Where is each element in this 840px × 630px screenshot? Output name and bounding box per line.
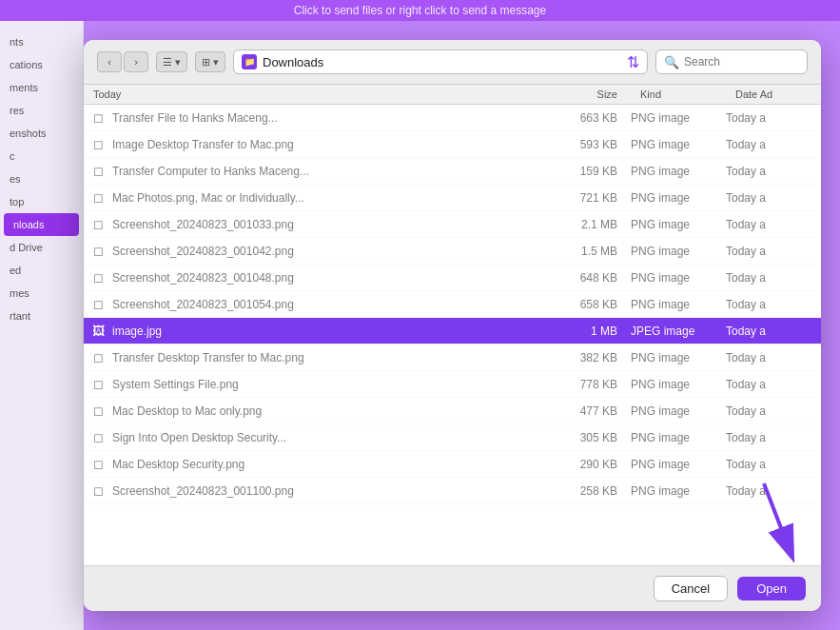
- column-headers: Today Size Kind Date Ad: [84, 85, 821, 105]
- file-date: Today a: [726, 484, 821, 498]
- file-size: 648 KB: [555, 271, 631, 285]
- sidebar-item-4[interactable]: enshots: [0, 122, 83, 145]
- file-kind: PNG image: [631, 378, 726, 391]
- file-icon: ◻: [84, 457, 112, 471]
- file-date: Today a: [726, 138, 821, 151]
- file-kind: PNG image: [631, 431, 726, 444]
- grid-view-button[interactable]: ⊞ ▾: [195, 51, 225, 72]
- file-kind: PNG image: [631, 165, 726, 178]
- file-date: Today a: [726, 378, 821, 391]
- file-date: Today a: [726, 245, 821, 258]
- file-row[interactable]: ◻System Settings File.png778 KBPNG image…: [84, 371, 821, 398]
- sidebar-item-3[interactable]: res: [0, 99, 83, 122]
- sidebar: ntscationsmentsresenshotscestopnloadsd D…: [0, 21, 84, 630]
- file-size: 290 KB: [555, 458, 631, 471]
- file-icon: ◻: [84, 110, 112, 125]
- sidebar-item-5[interactable]: c: [0, 145, 83, 167]
- sidebar-item-12[interactable]: rtant: [0, 305, 83, 327]
- location-folder-icon: 📁: [242, 54, 257, 69]
- file-row[interactable]: 🖼image.jpg1 MBJPEG imageToday a: [84, 318, 821, 345]
- file-name: Image Desktop Transfer to Mac.png: [112, 138, 555, 151]
- file-icon: ◻: [84, 270, 112, 285]
- location-text: Downloads: [263, 55, 621, 69]
- file-row[interactable]: ◻Sign Into Open Desktop Security...305 K…: [84, 424, 821, 451]
- file-row[interactable]: ◻Screenshot_20240823_001033.png2.1 MBPNG…: [84, 211, 821, 238]
- file-name: Screenshot_20240823_001048.png: [112, 271, 555, 285]
- file-name: Sign Into Open Desktop Security...: [112, 431, 555, 444]
- sidebar-item-2[interactable]: ments: [0, 76, 83, 99]
- file-row[interactable]: ◻Screenshot_20240823_001100.png258 KBPNG…: [84, 478, 821, 504]
- file-date: Today a: [726, 271, 821, 285]
- file-row[interactable]: ◻Mac Desktop Security.png290 KBPNG image…: [84, 451, 821, 478]
- file-icon: ◻: [84, 164, 112, 178]
- list-view-button[interactable]: ☰ ▾: [156, 51, 187, 72]
- file-row[interactable]: ◻Transfer File to Hanks Maceng...663 KBP…: [84, 105, 821, 131]
- location-bar[interactable]: 📁 Downloads ⇅: [233, 49, 648, 74]
- file-kind: PNG image: [631, 111, 726, 125]
- file-kind: PNG image: [631, 458, 726, 471]
- file-size: 159 KB: [555, 165, 631, 178]
- file-name: Transfer Computer to Hanks Maceng...: [112, 165, 555, 178]
- col-header-size: Size: [555, 89, 631, 100]
- file-size: 721 KB: [555, 191, 631, 205]
- sidebar-item-6[interactable]: es: [0, 167, 83, 190]
- nav-buttons: ‹ ›: [97, 51, 148, 72]
- file-size: 1.5 MB: [555, 245, 631, 258]
- location-up-down-icon[interactable]: ⇅: [627, 53, 639, 71]
- file-date: Today a: [726, 458, 821, 471]
- col-header-kind: Kind: [631, 89, 726, 100]
- file-name: Screenshot_20240823_001100.png: [112, 484, 555, 498]
- file-icon: ◻: [84, 430, 112, 444]
- file-list: ◻Transfer File to Hanks Maceng...663 KBP…: [84, 105, 821, 565]
- file-icon: ◻: [84, 377, 112, 391]
- file-dialog: ‹ › ☰ ▾ ⊞ ▾ 📁 Downloads ⇅ 🔍 Toda: [84, 40, 821, 611]
- file-date: Today a: [726, 351, 821, 364]
- file-icon: ◻: [84, 244, 112, 258]
- sidebar-item-10[interactable]: ed: [0, 259, 83, 282]
- file-row[interactable]: ◻Transfer Desktop Transfer to Mac.png382…: [84, 345, 821, 371]
- file-name: Screenshot_20240823_001054.png: [112, 298, 555, 311]
- back-button[interactable]: ‹: [97, 51, 122, 72]
- grid-icon: ⊞: [202, 56, 210, 69]
- file-kind: PNG image: [631, 404, 726, 418]
- file-kind: PNG image: [631, 484, 726, 498]
- file-date: Today a: [726, 218, 821, 231]
- file-row[interactable]: ◻Image Desktop Transfer to Mac.png593 KB…: [84, 131, 821, 158]
- sidebar-item-0[interactable]: nts: [0, 30, 83, 53]
- sidebar-item-1[interactable]: cations: [0, 53, 83, 76]
- file-size: 778 KB: [555, 378, 631, 391]
- file-kind: JPEG image: [631, 325, 726, 338]
- grid-chevron: ▾: [213, 56, 219, 69]
- col-header-date: Date Ad: [726, 89, 821, 100]
- file-row[interactable]: ◻Mac Desktop to Mac only.png477 KBPNG im…: [84, 398, 821, 424]
- file-kind: PNG image: [631, 351, 726, 364]
- file-kind: PNG image: [631, 138, 726, 151]
- search-bar[interactable]: 🔍: [655, 49, 808, 74]
- search-input[interactable]: [684, 55, 799, 69]
- file-row[interactable]: ◻Transfer Computer to Hanks Maceng...159…: [84, 158, 821, 185]
- sidebar-item-7[interactable]: top: [0, 190, 83, 213]
- file-date: Today a: [726, 191, 821, 205]
- file-date: Today a: [726, 111, 821, 125]
- sidebar-item-11[interactable]: mes: [0, 282, 83, 305]
- file-row[interactable]: ◻Screenshot_20240823_001054.png658 KBPNG…: [84, 291, 821, 318]
- file-kind: PNG image: [631, 218, 726, 231]
- file-date: Today a: [726, 404, 821, 418]
- sidebar-item-9[interactable]: d Drive: [0, 236, 83, 259]
- file-size: 663 KB: [555, 111, 631, 125]
- forward-button[interactable]: ›: [124, 51, 148, 72]
- file-icon: ◻: [84, 483, 112, 498]
- file-date: Today a: [726, 298, 821, 311]
- file-icon: ◻: [84, 217, 112, 231]
- cancel-button[interactable]: Cancel: [654, 576, 728, 601]
- file-row[interactable]: ◻Screenshot_20240823_001042.png1.5 MBPNG…: [84, 238, 821, 265]
- file-row[interactable]: ◻Screenshot_20240823_001048.png648 KBPNG…: [84, 265, 821, 291]
- file-size: 593 KB: [555, 138, 631, 151]
- sidebar-item-8[interactable]: nloads: [4, 213, 79, 236]
- open-button[interactable]: Open: [737, 577, 806, 600]
- file-size: 305 KB: [555, 431, 631, 444]
- file-kind: PNG image: [631, 298, 726, 311]
- file-date: Today a: [726, 165, 821, 178]
- file-row[interactable]: ◻Mac Photos.png, Mac or Individually...7…: [84, 185, 821, 211]
- file-size: 2.1 MB: [555, 218, 631, 231]
